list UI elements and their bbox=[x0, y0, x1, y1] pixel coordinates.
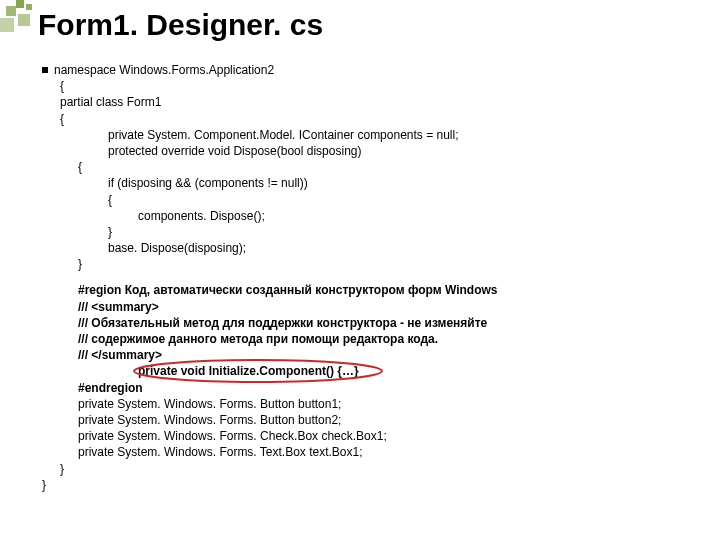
code-line: partial class Form1 bbox=[42, 94, 700, 110]
code-line: { bbox=[42, 159, 700, 175]
code-line: private System. Windows. Forms. Button b… bbox=[42, 396, 700, 412]
code-line: /// <summary> bbox=[42, 299, 700, 315]
code-line: /// содержимое данного метода при помощи… bbox=[42, 331, 700, 347]
code-block: namespace Windows.Forms.Application2 { p… bbox=[42, 62, 700, 493]
code-line: #endregion bbox=[42, 380, 700, 396]
code-line: } bbox=[42, 461, 700, 477]
code-line: /// Обязательный метод для поддержки кон… bbox=[42, 315, 700, 331]
code-line: { bbox=[42, 192, 700, 208]
code-line: /// </summary> bbox=[42, 347, 700, 363]
code-line: } bbox=[42, 477, 700, 493]
code-line: namespace Windows.Forms.Application2 bbox=[42, 62, 700, 78]
code-line: private System. Windows. Forms. Check.Bo… bbox=[42, 428, 700, 444]
code-line: if (disposing && (components != null)) bbox=[42, 175, 700, 191]
code-line: { bbox=[42, 111, 700, 127]
code-line: private System. Component.Model. IContai… bbox=[42, 127, 700, 143]
code-line: } bbox=[42, 224, 700, 240]
code-line: components. Dispose(); bbox=[42, 208, 700, 224]
code-line: private System. Windows. Forms. Button b… bbox=[42, 412, 700, 428]
code-line: private System. Windows. Forms. Text.Box… bbox=[42, 444, 700, 460]
code-line: base. Dispose(disposing); bbox=[42, 240, 700, 256]
code-text: namespace Windows.Forms.Application2 bbox=[54, 63, 274, 77]
code-line: private void Initialize.Component() {…} bbox=[42, 363, 700, 379]
highlighted-code: private void Initialize.Component() {…} bbox=[138, 364, 359, 378]
code-line: } bbox=[42, 256, 700, 272]
code-line: #region Код, автоматически созданный кон… bbox=[42, 282, 700, 298]
page-title: Form1. Designer. cs bbox=[38, 8, 323, 42]
code-line: protected override void Dispose(bool dis… bbox=[42, 143, 700, 159]
code-line: { bbox=[42, 78, 700, 94]
